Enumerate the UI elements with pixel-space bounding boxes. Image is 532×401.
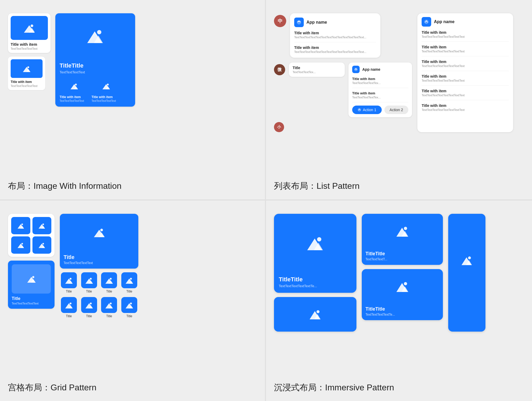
card-large-img-1 <box>55 13 135 59</box>
svg-point-0 <box>31 24 33 27</box>
card-medium-title-1: Title with item <box>11 80 43 84</box>
q3-grid-item-5: Title <box>60 297 78 318</box>
notif-expanded-title-1: Title with item <box>352 77 408 81</box>
notif-app-icon-large <box>294 18 304 27</box>
main-grid: Title with item TextTextTextTextText <box>0 0 532 401</box>
notif-expanded-title-2: Title with item <box>352 91 408 95</box>
q3-grid-label-7: Title <box>106 314 112 318</box>
q2-content: 中 App name <box>274 13 524 132</box>
notif-expanded-text-1: TextTextTextTextTex... <box>352 81 408 85</box>
badge-small-char: 小 <box>277 125 281 130</box>
svg-point-56 <box>90 302 92 304</box>
immersive-sub-mountain <box>396 226 409 237</box>
notif-right-text-2: TextTextTextTextTextTextTextText <box>422 50 501 53</box>
q3-grid-mountain-4 <box>126 277 133 284</box>
notif-app-name-large: App name <box>306 20 327 25</box>
notif-title-2: Title with item <box>294 45 376 50</box>
immersive-right-mountain <box>462 256 472 265</box>
immersive-mountain-small <box>310 309 321 319</box>
svg-point-17 <box>354 68 358 71</box>
notif-right-title-6: Title with item <box>422 103 509 108</box>
action-btn-1[interactable]: Action 1 <box>352 106 382 114</box>
notif-right-text-4: TextTextTextTextTextTextTextText <box>422 79 501 82</box>
notif-expanded-icon <box>352 66 360 73</box>
card-bottom-img-1 <box>60 78 89 94</box>
card-bottom-title-1: Title with item <box>60 95 89 99</box>
notif-compact-title: Title <box>293 66 341 70</box>
grid-2x2 <box>11 217 51 254</box>
immersive-sub-img <box>362 214 443 248</box>
q3-large-body: Title TextTextTextTextText <box>60 251 138 269</box>
immersive-sub-body: TitleTitle TextTextTextT... <box>362 248 443 265</box>
notif-right-item-2: Title with item TextTextTextTextTextText… <box>422 45 509 56</box>
q3-large-img <box>60 214 138 251</box>
immersive-sub-card-med: TitleTitle TextTextTextT... <box>362 214 443 265</box>
q2-left: 中 App name <box>274 13 412 132</box>
card-small-1: Title with item TextTextTextTextText <box>8 13 51 53</box>
q3-large-text: TextTextTextTextText <box>64 261 135 265</box>
svg-point-21 <box>424 20 429 24</box>
q3-single-text: TextTextTextTextText <box>12 302 51 305</box>
immersive-partial-body: TitleTitle TextTextTextTextTe... <box>362 304 443 320</box>
immersive-img-large <box>274 214 356 272</box>
q3-grid-mountain-5 <box>65 302 73 308</box>
q3-grid-label-8: Title <box>126 314 132 318</box>
notif-right-item-4: Title with item TextTextTextTextTextText… <box>422 74 509 86</box>
q3-grid-mountain-7 <box>105 302 113 308</box>
q3-right: Title TextTextTextTextText <box>60 214 138 318</box>
action-btn-2-label: Action 2 <box>390 108 403 112</box>
svg-point-68 <box>317 310 319 313</box>
notif-title-1: Title with item <box>294 31 376 35</box>
immersive-card-large: TitleTitle TextTextTextTextTextTe... <box>274 214 356 293</box>
q3-grid-label-1: Title <box>66 290 72 293</box>
card-title-1: Title with item <box>11 42 48 47</box>
q3-grid-item-3: Title <box>100 272 118 293</box>
q3-single-mountain <box>27 275 36 283</box>
svg-point-26 <box>43 223 44 225</box>
immersive-mountain-lg <box>307 236 323 250</box>
card-large-body-1: TitleTitle TextTextTextText Tit <box>55 59 135 107</box>
mountain-icon-b1 <box>70 83 78 89</box>
notif-header-large: App name <box>294 18 376 27</box>
immersive-partial-img <box>362 269 443 304</box>
q3-large-title: Title <box>64 254 135 260</box>
q2-label: 列表布局：List Pattern <box>274 180 360 192</box>
q4-quadrant: TitleTitle TextTextTextTextTextTe... <box>266 200 532 401</box>
notif-right-title-1: Title with item <box>422 30 509 35</box>
app-icon-svg-sm <box>354 68 358 71</box>
svg-point-71 <box>404 227 407 230</box>
action-btn-icon <box>358 108 361 112</box>
notif-text-1: TextTextTextTextTextTextTextTextTextText… <box>294 36 374 39</box>
badge-medium-char: 微 <box>277 67 282 73</box>
grid-mountain-1 <box>18 223 24 229</box>
immersive-partial-text: TextTextTextTextTe... <box>365 313 439 316</box>
card-image-1 <box>11 16 48 40</box>
svg-point-44 <box>90 278 92 279</box>
q1-label: 布局：Image With Information <box>8 180 122 192</box>
q3-quadrant: Title TextTextTextTextText <box>0 200 266 401</box>
q3-label: 宫格布局：Grid Pattern <box>8 382 97 394</box>
q2-large-row: 中 App name <box>274 13 412 58</box>
q3-single-card: Title TextTextTextTextText <box>8 261 55 309</box>
q1-quadrant: Title with item TextTextTextTextText <box>0 0 266 200</box>
q3-grid-icon-4 <box>121 272 137 288</box>
immersive-partial-card: TitleTitle TextTextTextTextTe... <box>362 269 443 320</box>
notif-right-item-6: Title with item TextTextTextTextTextText… <box>422 103 509 111</box>
grid-panel-2x2 <box>8 214 55 257</box>
badge-small: 小 <box>274 122 284 132</box>
action-btn-2[interactable]: Action 2 <box>384 106 409 114</box>
q3-grid-item-6: Title <box>80 297 98 318</box>
notif-panel-large: App name Title with item TextTextTextTex… <box>290 13 380 58</box>
grid-cell-3 <box>11 236 30 254</box>
q3-grid-mountain-6 <box>85 302 93 308</box>
app-icon-svg <box>297 20 301 25</box>
q4-left: TitleTitle TextTextTextTextTextTe... <box>274 214 356 332</box>
q3-grid-row1: Title Title <box>60 272 138 293</box>
card-medium-img-1 <box>11 59 43 78</box>
action-btn-1-label: Action 1 <box>363 108 376 112</box>
svg-point-12 <box>107 83 109 85</box>
q3-grid-icon-8 <box>121 297 137 313</box>
q3-grid-label-5: Title <box>66 314 72 318</box>
immersive-text-large: TextTextTextTextTextTe... <box>279 284 352 288</box>
q3-grid-item-4: Title <box>120 272 138 293</box>
